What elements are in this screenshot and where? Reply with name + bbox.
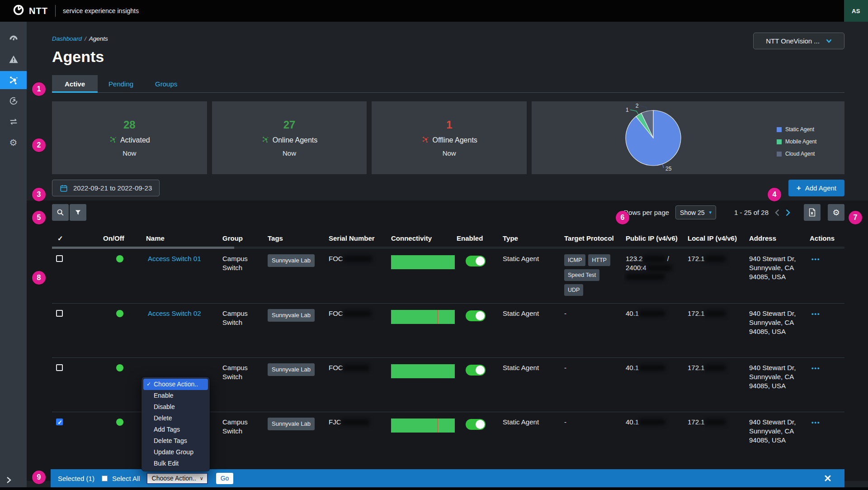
stat-sublabel: Now	[283, 149, 296, 157]
enabled-toggle[interactable]	[466, 419, 486, 430]
select-all-checkbox[interactable]	[102, 476, 108, 481]
annotation-marker-9: 9	[32, 471, 46, 484]
cell-connectivity	[389, 358, 455, 412]
tab-pending[interactable]: Pending	[98, 75, 144, 92]
protocol-chip: Speed Test	[564, 269, 599, 281]
column-header: Enabled	[455, 229, 501, 247]
pagination-cluster: Rows per page Show 25 ▾ 1 - 25 of 28	[623, 204, 844, 221]
agent-hub-icon	[421, 135, 429, 145]
row-actions-menu[interactable]: •••	[811, 256, 821, 262]
cell-local-ip: 172.1	[686, 304, 747, 357]
menu-item-disable[interactable]: Disable	[143, 401, 208, 413]
stat-label: Online Agents	[261, 135, 318, 145]
menu-item-choose-action[interactable]: Choose Action..✓	[143, 379, 208, 390]
sidebar-item-discovery[interactable]	[0, 90, 27, 111]
cell-tags: Sunnyvale Lab	[266, 358, 327, 412]
cell-type: Static Agent	[501, 249, 562, 303]
previous-page-chevron[interactable]	[775, 209, 779, 216]
scrollbar-thumb[interactable]	[52, 247, 234, 249]
transfer-arrows-icon	[9, 117, 19, 127]
tag-chip: Sunnyvale Lab	[268, 418, 315, 430]
row-actions-menu[interactable]: •••	[811, 419, 821, 426]
page-title: Agents	[52, 48, 844, 66]
cell-address: 940 Stewart Dr, Sunnyvale, CA 94085, USA	[747, 358, 808, 412]
filter-funnel-icon	[75, 209, 81, 216]
export-button[interactable]	[804, 204, 821, 221]
enabled-toggle[interactable]	[466, 256, 486, 266]
cell-actions: •••	[808, 304, 844, 357]
sidebar-item-dashboard[interactable]	[0, 28, 27, 49]
cell-connectivity	[389, 304, 455, 357]
breadcrumb-dashboard[interactable]: Dashboard	[52, 35, 82, 42]
gear-icon: ⚙	[9, 138, 18, 147]
annotation-marker-2: 2	[32, 138, 46, 152]
cell-public-ip: 40.1	[624, 304, 686, 357]
cell-target-protocol: ICMPHTTPSpeed TestUDP	[562, 249, 624, 303]
cell-address: 940 Stewart Dr, Sunnyvale, CA 94085, USA	[747, 249, 808, 303]
bulk-action-select[interactable]: Choose Action.. ∨	[146, 473, 208, 484]
select-all-header[interactable]: ✓	[52, 229, 101, 247]
pie-data-label: 2	[636, 103, 639, 109]
breadcrumb-separator: /	[85, 35, 86, 42]
row-checkbox[interactable]	[56, 310, 63, 317]
redacted-text	[626, 274, 665, 280]
column-header: Local IP (v4/v6)	[686, 229, 747, 247]
sidebar-item-alerts[interactable]	[0, 49, 27, 70]
cell-group: Campus Switch	[221, 412, 266, 466]
tenant-selector[interactable]: NTT OneVision ...	[753, 33, 844, 49]
menu-item-delete[interactable]: Delete	[143, 413, 208, 424]
close-icon[interactable]	[825, 475, 831, 481]
cell-tags: Sunnyvale Lab	[266, 249, 327, 303]
avatar[interactable]: AS	[844, 0, 868, 22]
tab-active[interactable]: Active	[52, 75, 98, 92]
sidebar-item-settings[interactable]: ⚙	[0, 132, 27, 153]
ip-line: 2400:4	[626, 263, 682, 272]
cell-public-ip: 40.1	[624, 358, 686, 412]
search-button[interactable]	[52, 204, 69, 221]
menu-item-enable[interactable]: Enable	[143, 390, 208, 401]
cell-type: Static Agent	[501, 412, 562, 466]
table-settings-button[interactable]: ⚙	[828, 204, 844, 221]
stat-value: 1	[446, 119, 452, 131]
tab-bar: Active Pending Groups	[52, 75, 844, 93]
breadcrumb-current: Agents	[89, 35, 108, 42]
enabled-toggle[interactable]	[466, 310, 486, 321]
connectivity-loss-marker	[437, 419, 438, 433]
column-header: Actions	[808, 229, 844, 247]
enabled-toggle[interactable]	[466, 365, 486, 376]
filter-button[interactable]	[70, 204, 86, 221]
page-size-select[interactable]: Show 25 ▾	[675, 205, 716, 219]
cell-connectivity	[389, 412, 455, 466]
sidebar-item-agents[interactable]	[0, 71, 27, 89]
sidebar: ⚙	[0, 22, 27, 487]
warning-triangle-icon	[9, 54, 19, 64]
row-checkbox[interactable]	[56, 364, 63, 371]
stat-card-online: 27 Online Agents Now	[212, 101, 367, 174]
sidebar-item-transactions[interactable]	[0, 111, 27, 132]
row-actions-menu[interactable]: •••	[811, 365, 821, 371]
next-page-chevron[interactable]	[786, 209, 790, 216]
menu-item-bulk-edit[interactable]: Bulk Edit	[143, 458, 208, 469]
go-button[interactable]: Go	[216, 473, 234, 484]
tag-chip: Sunnyvale Lab	[268, 254, 315, 267]
row-actions-menu[interactable]: •••	[811, 310, 821, 317]
menu-item-update-group[interactable]: Update Group	[143, 447, 208, 458]
breadcrumb: Dashboard/Agents	[52, 22, 844, 42]
sidebar-expand-chevron[interactable]	[0, 476, 27, 484]
menu-item-delete-tags[interactable]: Delete Tags	[143, 435, 208, 447]
add-agent-button[interactable]: + Add Agent	[788, 180, 844, 196]
connectivity-bar	[391, 419, 455, 433]
row-checkbox[interactable]	[56, 255, 63, 262]
cell-type: Static Agent	[501, 358, 562, 412]
legend-label: Mobile Agent	[785, 138, 816, 145]
agent-name-link[interactable]: Access Switch 01	[148, 255, 201, 262]
menu-item-add-tags[interactable]: Add Tags	[143, 424, 208, 435]
stat-card-offline: 1 Offline Agents Now	[372, 101, 527, 174]
redacted-text	[639, 310, 665, 317]
agent-hub-icon	[109, 135, 117, 145]
agent-name-link[interactable]: Access Switch 02	[148, 309, 201, 317]
tab-groups[interactable]: Groups	[144, 75, 188, 92]
row-checkbox[interactable]	[56, 419, 63, 425]
column-header: Target Protocol	[562, 229, 624, 247]
date-range-picker[interactable]: 2022-09-21 to 2022-09-23	[52, 180, 160, 196]
